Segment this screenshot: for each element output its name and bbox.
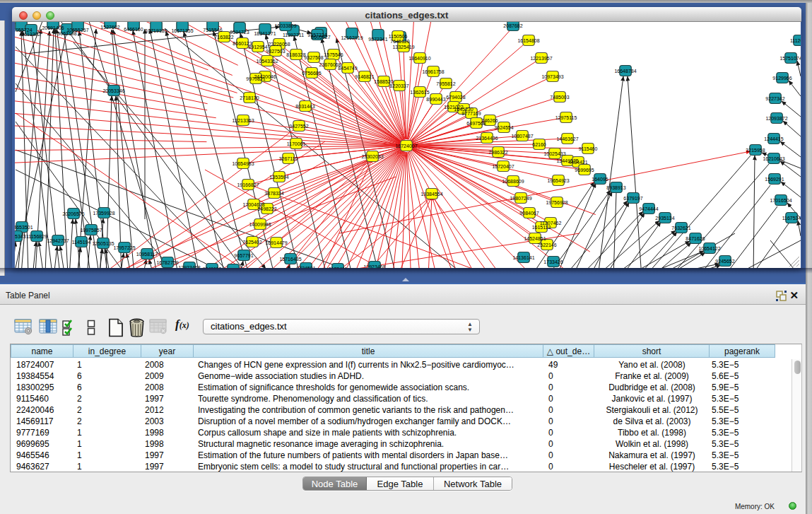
svg-text:9357224: 9357224: [307, 33, 326, 37]
svg-text:16648784: 16648784: [614, 69, 636, 74]
svg-text:8471626: 8471626: [686, 236, 705, 241]
svg-text:10654983: 10654983: [232, 161, 254, 166]
svg-text:10719185: 10719185: [145, 28, 167, 33]
svg-text:1575546: 1575546: [324, 52, 343, 57]
svg-text:15720407: 15720407: [492, 164, 514, 169]
svg-text:10973493: 10973493: [541, 74, 563, 79]
svg-text:1150506: 1150506: [389, 34, 408, 39]
svg-text:17359928: 17359928: [93, 211, 114, 216]
svg-text:11156829: 11156829: [26, 234, 47, 239]
svg-text:2087682: 2087682: [503, 23, 522, 28]
svg-text:3915343: 3915343: [15, 234, 26, 239]
svg-text:1569291: 1569291: [765, 177, 784, 182]
svg-text:7955812: 7955812: [436, 81, 455, 86]
svg-text:9327508: 9327508: [304, 55, 323, 60]
svg-text:10807487: 10807487: [511, 134, 533, 139]
svg-text:9245652: 9245652: [715, 259, 734, 264]
svg-text:3878334: 3878334: [264, 191, 283, 196]
svg-text:3624554: 3624554: [494, 125, 513, 130]
svg-text:1112042: 1112042: [790, 38, 801, 43]
svg-text:9657791: 9657791: [234, 253, 253, 258]
svg-text:14524851: 14524851: [524, 236, 546, 241]
svg-text:14463627: 14463627: [556, 136, 578, 141]
svg-text:16782759: 16782759: [156, 260, 178, 265]
svg-text:7632621: 7632621: [671, 226, 690, 230]
svg-text:19166827: 19166827: [237, 182, 259, 187]
svg-text:16914479: 16914479: [265, 240, 287, 245]
svg-text:18724007: 18724007: [395, 144, 417, 148]
svg-text:1145194: 1145194: [72, 240, 91, 245]
svg-text:14009948: 14009948: [249, 222, 271, 227]
svg-text:9084067: 9084067: [519, 211, 539, 216]
svg-text:5498222: 5498222: [257, 206, 276, 211]
svg-text:9427552: 9427552: [289, 124, 308, 129]
svg-text:2935134: 2935134: [655, 216, 674, 221]
svg-text:1244415: 1244415: [764, 136, 783, 141]
svg-text:1527602: 1527602: [100, 25, 119, 30]
svg-text:7163822: 7163822: [214, 35, 233, 40]
svg-text:19654923: 19654923: [547, 178, 569, 183]
svg-text:1733426: 1733426: [543, 259, 563, 264]
svg-text:11392711: 11392711: [283, 33, 304, 37]
svg-text:8990443: 8990443: [426, 97, 445, 102]
svg-text:21364436: 21364436: [476, 136, 498, 141]
svg-text:17957225: 17957225: [113, 245, 135, 250]
svg-text:1615112: 1615112: [532, 225, 551, 230]
svg-text:2113302: 2113302: [22, 32, 41, 37]
svg-text:2522146: 2522146: [537, 243, 556, 247]
svg-text:10025433: 10025433: [543, 151, 565, 156]
svg-text:6756685: 6756685: [302, 71, 321, 76]
svg-text:7485003: 7485003: [550, 95, 569, 100]
svg-text:164095: 164095: [592, 177, 608, 182]
svg-text:6497568: 6497568: [466, 121, 486, 126]
svg-text:9474444: 9474444: [639, 206, 658, 211]
svg-text:20206576: 20206576: [62, 211, 84, 216]
svg-text:10975857: 10975857: [80, 228, 102, 233]
svg-text:16961758: 16961758: [422, 69, 444, 74]
svg-text:7986322: 7986322: [488, 150, 507, 155]
svg-text:10688609: 10688609: [502, 179, 524, 184]
svg-text:8938913: 8938913: [606, 185, 625, 190]
svg-text:8031443: 8031443: [295, 104, 314, 109]
svg-text:7625402: 7625402: [242, 240, 261, 245]
svg-text:19756928: 19756928: [546, 200, 567, 205]
svg-text:12162919: 12162919: [341, 35, 363, 40]
svg-text:9699695: 9699695: [575, 168, 594, 173]
svg-text:9827503: 9827503: [266, 49, 285, 54]
svg-text:10655267: 10655267: [66, 28, 88, 33]
svg-text:12505135: 12505135: [92, 241, 114, 246]
svg-text:10654122: 10654122: [698, 246, 720, 251]
svg-text:16033809: 16033809: [274, 23, 296, 28]
svg-text:14136141: 14136141: [512, 255, 534, 260]
svg-text:15751074: 15751074: [779, 56, 801, 61]
svg-text:20691406: 20691406: [42, 25, 64, 30]
svg-text:1353594: 1353594: [269, 175, 288, 180]
svg-text:10543362: 10543362: [256, 59, 278, 64]
svg-text:12093872: 12093872: [765, 116, 787, 121]
svg-text:8186328: 8186328: [286, 52, 305, 57]
svg-text:7646120: 7646120: [390, 39, 409, 44]
svg-text:10958117: 10958117: [136, 252, 158, 257]
svg-text:7515546: 7515546: [203, 28, 222, 33]
svg-text:12213957: 12213957: [530, 56, 552, 61]
svg-text:8220337: 8220337: [389, 83, 408, 88]
svg-text:3215958: 3215958: [746, 148, 765, 153]
svg-text:9777169: 9777169: [461, 111, 481, 116]
svg-text:9115460: 9115460: [579, 146, 598, 151]
svg-text:13325419: 13325419: [392, 45, 414, 49]
svg-text:18341271: 18341271: [254, 31, 276, 36]
svg-text:4484421: 4484421: [568, 160, 587, 165]
svg-text:19384554: 19384554: [420, 192, 442, 197]
svg-text:12975115: 12975115: [555, 115, 577, 120]
svg-text:15716485: 15716485: [279, 257, 301, 262]
svg-text:23226058: 23226058: [268, 42, 290, 47]
svg-text:9129966: 9129966: [772, 76, 792, 81]
svg-text:8912954: 8912954: [248, 45, 267, 49]
svg-text:1167534: 1167534: [782, 216, 801, 221]
svg-text:2718170: 2718170: [240, 95, 259, 100]
svg-text:9872341: 9872341: [368, 37, 387, 42]
svg-text:1362615: 1362615: [410, 90, 429, 95]
svg-text:9227342: 9227342: [765, 96, 784, 101]
svg-text:12213363: 12213363: [232, 118, 254, 123]
svg-text:20053346: 20053346: [102, 88, 124, 93]
